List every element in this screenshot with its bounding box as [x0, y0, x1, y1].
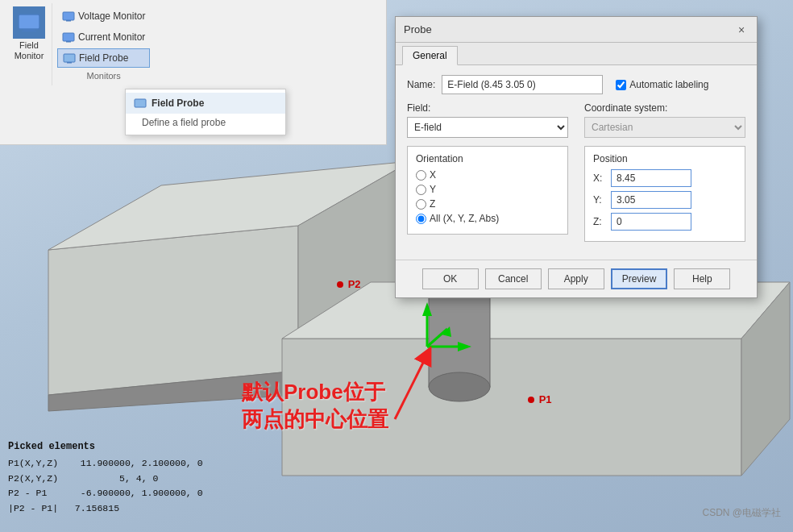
coord-label: Coordinate system:	[584, 102, 745, 114]
picked-title: Picked elements	[8, 439, 203, 455]
dialog-body: Name: Automatic labeling Field: E-field …	[396, 65, 757, 260]
apply-button[interactable]: Apply	[548, 268, 604, 289]
field-col: Field: E-field	[407, 102, 568, 138]
auto-label-row: Automatic labeling	[616, 79, 708, 90]
pos-y-row: Y:	[593, 191, 737, 209]
svg-rect-24	[66, 41, 71, 43]
field-monitor-label: Field Monitor	[15, 40, 44, 61]
orientation-title: Orientation	[416, 153, 559, 164]
radio-x[interactable]	[416, 170, 426, 181]
field-monitor-group[interactable]: Field Monitor	[6, 3, 52, 85]
svg-marker-0	[48, 226, 298, 395]
monitors-section-label: Monitors	[57, 69, 150, 82]
field-monitor-icon	[13, 6, 45, 39]
tab-general[interactable]: General	[402, 46, 458, 65]
name-label: Name:	[407, 79, 435, 90]
picked-p2-label: P2(X,Y,Z)	[8, 473, 58, 484]
svg-rect-19	[23, 29, 35, 31]
auto-label-checkbox[interactable]	[616, 80, 626, 90]
svg-point-9	[429, 372, 490, 401]
radio-x-row: X	[416, 169, 559, 181]
voltage-monitor-label: Voltage Monitor	[78, 10, 145, 22]
picked-abs-label: |P2 - P1|	[8, 503, 58, 513]
help-button[interactable]: Help	[674, 268, 730, 289]
current-monitor-btn[interactable]: Current Monitor	[57, 27, 150, 47]
dialog-footer: OK Cancel Apply Preview Help	[396, 260, 757, 297]
toolbar: Field Monitor Voltage Monitor Current Mo…	[0, 0, 387, 145]
svg-rect-25	[64, 54, 75, 62]
ok-button[interactable]: OK	[422, 268, 479, 289]
picked-diff-label: P2 - P1	[8, 488, 47, 498]
orientation-box: Orientation X Y Z	[407, 146, 568, 235]
svg-rect-23	[63, 33, 74, 41]
picked-p2-value: 5, 4, 0	[119, 473, 158, 484]
orientation-col: Orientation X Y Z	[407, 146, 568, 242]
pos-z-row: Z:	[593, 213, 737, 231]
field-coord-row: Field: E-field Coordinate system: Cartes…	[407, 102, 745, 138]
dropdown-define-probe[interactable]: Define a field probe	[126, 114, 285, 131]
auto-label-text: Automatic labeling	[629, 79, 708, 90]
radio-all-row: All (X, Y, Z, Abs)	[416, 213, 559, 224]
pos-x-label: X:	[593, 172, 606, 184]
position-title: Position	[593, 153, 737, 164]
picked-p1-label: P1(X,Y,Z)	[8, 458, 58, 468]
probe-dialog[interactable]: Probe × General Name: Automatic labeling…	[395, 16, 758, 298]
pos-y-label: Y:	[593, 194, 606, 206]
picked-diff-value: -6.900000, 1.900000, 0	[81, 488, 203, 498]
position-col: Position X: Y: Z:	[584, 146, 745, 242]
picked-abs-value: 7.156815	[75, 503, 119, 513]
dropdown-title: Field Probe	[152, 98, 204, 109]
field-probe-btn[interactable]: Field Probe	[57, 48, 150, 68]
voltage-monitor-btn[interactable]: Voltage Monitor	[57, 6, 150, 26]
point-p1: P1	[528, 393, 552, 405]
radio-y-label: Y	[430, 184, 436, 195]
orientation-position-row: Orientation X Y Z	[407, 146, 745, 242]
radio-y[interactable]	[416, 185, 426, 195]
current-monitor-label: Current Monitor	[78, 31, 145, 43]
radio-z-row: Z	[416, 198, 559, 210]
svg-rect-21	[63, 12, 74, 20]
position-box: Position X: Y: Z:	[584, 146, 745, 242]
radio-all[interactable]	[416, 214, 426, 224]
preview-button[interactable]: Preview	[611, 268, 668, 289]
point-p2: P2	[337, 278, 361, 290]
coord-col: Coordinate system: Cartesian	[584, 102, 745, 138]
svg-rect-18	[19, 15, 39, 29]
pos-x-row: X:	[593, 169, 737, 187]
pos-z-input[interactable]	[611, 213, 691, 231]
field-select[interactable]: E-field	[407, 117, 568, 138]
picked-p1-value: 11.900000, 2.100000, 0	[81, 458, 203, 468]
radio-all-label: All (X, Y, Z, Abs)	[430, 213, 499, 224]
pos-x-input[interactable]	[611, 169, 691, 187]
monitor-buttons: Voltage Monitor Current Monitor Field Pr…	[52, 3, 155, 85]
picked-row-4: |P2 - P1| 7.156815	[8, 501, 203, 516]
dropdown-field-probe[interactable]: Field Probe	[126, 93, 285, 114]
annotation-line2: 两点的中心位置	[242, 406, 388, 434]
field-probe-btn-label: Field Probe	[79, 52, 128, 64]
svg-rect-27	[135, 99, 146, 107]
watermark: CSDN @电磁学社	[702, 506, 781, 520]
toolbar-ribbon: Field Monitor Voltage Monitor Current Mo…	[0, 0, 386, 89]
picked-elements-panel: Picked elements P1(X,Y,Z) 11.900000, 2.1…	[8, 439, 203, 516]
dialog-close-button[interactable]: ×	[734, 23, 749, 37]
svg-rect-20	[22, 31, 36, 32]
cancel-button[interactable]: Cancel	[485, 268, 542, 289]
svg-rect-26	[67, 62, 72, 64]
name-row: Name: Automatic labeling	[407, 75, 745, 94]
name-input[interactable]	[442, 75, 603, 94]
picked-row-2: P2(X,Y,Z) 5, 4, 0	[8, 472, 203, 486]
pos-z-label: Z:	[593, 216, 606, 227]
annotation: 默认Probe位于 两点的中心位置	[242, 379, 388, 434]
field-label: Field:	[407, 102, 568, 114]
dialog-titlebar: Probe ×	[396, 17, 757, 43]
picked-row-1: P1(X,Y,Z) 11.900000, 2.100000, 0	[8, 456, 203, 471]
radio-y-row: Y	[416, 184, 559, 195]
radio-z-label: Z	[430, 198, 435, 210]
svg-rect-22	[66, 20, 71, 22]
annotation-line1: 默认Probe位于	[242, 379, 388, 406]
pos-y-input[interactable]	[611, 191, 691, 209]
radio-x-label: X	[430, 169, 436, 181]
radio-z[interactable]	[416, 199, 426, 210]
dialog-tabs: General	[396, 43, 757, 65]
dropdown-menu: Field Probe Define a field probe	[125, 89, 286, 135]
